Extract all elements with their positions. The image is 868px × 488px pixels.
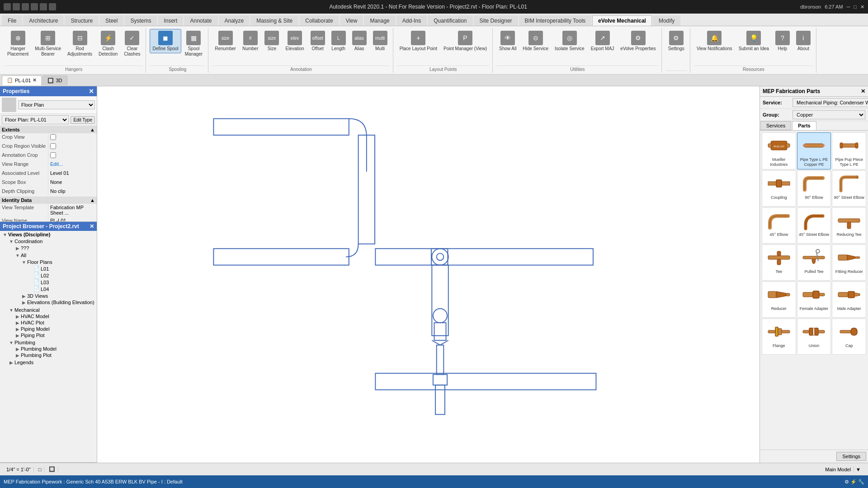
tree-row-piping-model[interactable]: ▶ Piping Model (0, 326, 97, 332)
part-male-adapter[interactable]: Male Adapter (832, 282, 866, 318)
clear-clashes-btn[interactable]: ✓ ClearClashes (121, 29, 143, 59)
part-union[interactable]: Union (797, 319, 831, 355)
mep-service-select[interactable]: Mechanical Piping: Condenser Water Retur… (793, 98, 868, 107)
identity-section[interactable]: Identity Data ▲ (0, 197, 97, 204)
tree-row-qqq[interactable]: ▶ ??? (0, 245, 97, 251)
maximize-btn[interactable]: □ (854, 4, 857, 9)
notifications-btn[interactable]: 🔔 View Notifications (694, 29, 735, 53)
tab-massing[interactable]: Massing & Site (250, 15, 298, 26)
number-btn[interactable]: # Number (240, 29, 261, 53)
annotation-crop-value[interactable] (48, 151, 97, 160)
edit-type-btn[interactable]: Edit Type (71, 116, 95, 124)
part-elbow90[interactable]: 90° Elbow (797, 170, 831, 206)
submit-idea-btn[interactable]: 💡 Submit an Idea (736, 29, 772, 53)
tab-bim[interactable]: BIM Interoperability Tools (519, 15, 592, 26)
settings-btn[interactable]: ⚙ Settings (665, 29, 687, 53)
tree-row-floor-plans[interactable]: ▼ Floor Plans (0, 259, 97, 265)
tab-file[interactable]: File (2, 15, 22, 26)
crop-view-value[interactable] (48, 133, 97, 142)
crop-region-checkbox[interactable] (50, 143, 56, 149)
tree-row-all[interactable]: ▼ All (0, 252, 97, 258)
hide-service-btn[interactable]: ⊝ Hide Service (520, 29, 551, 53)
tab-site-designer[interactable]: Site Designer (474, 15, 518, 26)
define-spool-btn[interactable]: ◼ Define Spool (150, 29, 181, 53)
canvas-area[interactable] (97, 86, 760, 463)
evolve-props-btn[interactable]: ⚙ eVolve Properties (618, 29, 658, 53)
part-street-elbow90[interactable]: 90° Street Elbow (832, 170, 866, 206)
export-maj-btn[interactable]: ↗ Export MAJ (588, 29, 617, 53)
mep-settings-btn[interactable]: Settings (836, 452, 866, 461)
tree-row-views-discipline[interactable]: ▼ Views (Discipline) (0, 231, 97, 238)
tree-row-hvac-plot[interactable]: ▶ HVAC Plot (0, 319, 97, 326)
quick-access-5[interactable] (49, 3, 56, 10)
minimize-btn[interactable]: ─ (847, 4, 850, 9)
tab-systems[interactable]: Systems (124, 15, 157, 26)
display-mode-btn[interactable]: 🔲 (46, 466, 58, 472)
tab-analyze[interactable]: Analyze (219, 15, 250, 26)
part-cap[interactable]: Cap (832, 319, 866, 355)
view-tab-pl-l01[interactable]: 📋 PL-L01 ✕ (2, 75, 42, 85)
tree-row-l04[interactable]: 📄 L04 (0, 286, 97, 292)
quick-access-4[interactable] (40, 3, 47, 10)
tree-row-legends[interactable]: ▶ Legends (0, 359, 97, 366)
tab-annotate[interactable]: Annotate (184, 15, 217, 26)
tree-row-plumbing-model[interactable]: ▶ Plumbing Model (0, 346, 97, 352)
properties-close-btn[interactable]: ✕ (89, 88, 94, 95)
part-coupling[interactable]: Coupling (762, 170, 796, 206)
part-mueller[interactable]: MUELLER MuellerIndustries (762, 132, 796, 169)
tree-row-3d-views-all[interactable]: ▶ 3D Views (0, 293, 97, 299)
tree-row-l03[interactable]: 📄 L03 (0, 279, 97, 286)
tab-modify[interactable]: Modify (653, 15, 680, 26)
multi-service-btn[interactable]: ⊞ Multi-ServiceBearer (32, 29, 64, 59)
tree-row-mechanical[interactable]: ▼ Mechanical (0, 307, 97, 313)
part-pipe-pup[interactable]: Pipe Pup PieceType L PE (832, 132, 866, 169)
hanger-placement-btn[interactable]: ⊕ HangerPlacement (5, 29, 31, 59)
extents-section[interactable]: Extents ▲ (0, 126, 97, 133)
tab-architecture[interactable]: Architecture (23, 15, 64, 26)
part-fitting-reducer[interactable]: Fitting Reducer (832, 244, 866, 281)
mep-tab-parts[interactable]: Parts (792, 121, 816, 130)
view-tab-3d[interactable]: 🔲 3D (42, 75, 67, 85)
mep-group-select[interactable]: Copper (793, 110, 865, 119)
crop-view-checkbox[interactable] (50, 134, 56, 140)
mep-close-btn[interactable]: ✕ (861, 88, 865, 94)
browser-close[interactable]: ✕ (90, 223, 94, 230)
tab-view[interactable]: View (340, 15, 363, 26)
part-street-elbow45[interactable]: 45° Street Elbow (797, 207, 831, 244)
tree-row-plumbing-plot[interactable]: ▶ Plumbing Plot (0, 352, 97, 358)
tab-steel[interactable]: Steel (99, 15, 123, 26)
isolate-service-btn[interactable]: ◎ Isolate Service (552, 29, 587, 53)
size-btn[interactable]: size Size (262, 29, 282, 53)
rod-adjustments-btn[interactable]: ⊟ RodAdjustments (65, 29, 95, 59)
quick-access-2[interactable] (22, 3, 29, 10)
length-btn[interactable]: L Length (329, 29, 349, 53)
tab-insert[interactable]: Insert (158, 15, 183, 26)
tab-quantification[interactable]: Quantification (428, 15, 472, 26)
tab-collaborate[interactable]: Collaborate (299, 15, 339, 26)
mep-tab-services[interactable]: Services (760, 121, 791, 130)
show-all-btn[interactable]: 👁 Show All (496, 29, 519, 53)
quick-access-1[interactable] (13, 3, 20, 10)
close-btn[interactable]: ✕ (860, 4, 864, 10)
tree-row-hvac-model[interactable]: ▶ HVAC Model (0, 313, 97, 319)
elevation-btn[interactable]: elev Elevation (283, 29, 307, 53)
view-mode-btn[interactable]: □ (36, 467, 45, 472)
about-btn[interactable]: i About (793, 29, 813, 53)
place-layout-btn[interactable]: + Place Layout Point (397, 29, 440, 53)
part-pulled-tee[interactable]: Pulled Tee (797, 244, 831, 281)
part-tee[interactable]: Tee (762, 244, 796, 281)
tab-addins[interactable]: Add-Ins (396, 15, 427, 26)
tree-row-elevations[interactable]: ▶ Elevations (Building Elevation) (0, 299, 97, 305)
alias-btn[interactable]: alias Alias (349, 29, 369, 53)
tree-row-coordination[interactable]: ▼ Coordination (0, 238, 97, 244)
part-pipe-type-l[interactable]: Pipe Type L PECopper PE (797, 132, 831, 169)
quick-access-3[interactable] (31, 3, 38, 10)
type-select[interactable]: Floor Plan (18, 100, 95, 109)
model-select-btn[interactable]: ▼ (856, 467, 861, 472)
tree-row-l01[interactable]: 📄 L01 (0, 265, 97, 272)
view-name-value[interactable]: PL-L01 (48, 217, 97, 222)
offset-btn[interactable]: offset Offset (308, 29, 328, 53)
tab-evolve[interactable]: eVolve Mechanical (592, 15, 652, 26)
tab-structure[interactable]: Structure (65, 15, 99, 26)
crop-region-value[interactable] (48, 142, 97, 151)
